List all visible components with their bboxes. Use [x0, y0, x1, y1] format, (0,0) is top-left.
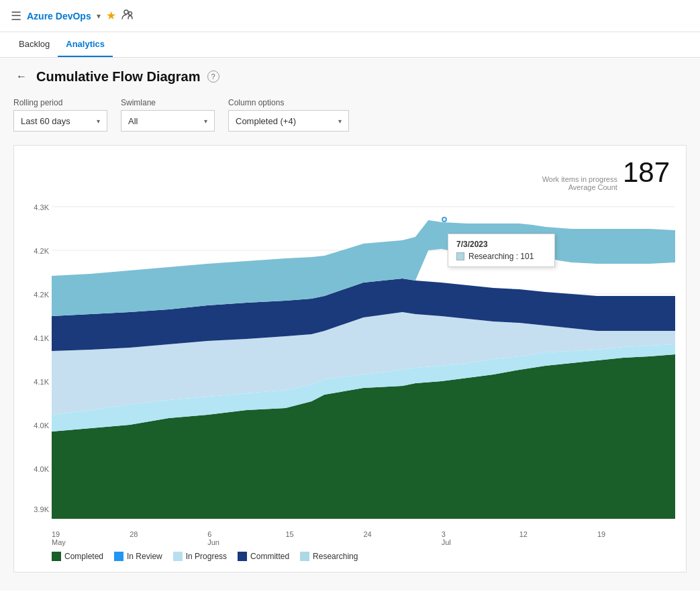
svg-point-1	[128, 12, 132, 15]
svg-point-0	[124, 10, 128, 14]
column-options-label: Column options	[228, 98, 349, 107]
y-label-7: 4.0K	[34, 465, 49, 473]
x-label-may28: 28	[130, 530, 207, 538]
app-name[interactable]: Azure DevOps	[27, 11, 91, 21]
chart-dot	[442, 217, 447, 222]
x-label-jun24: 24	[364, 530, 442, 538]
chart-container: Work items in progress Average Count 187…	[13, 145, 687, 572]
y-label-6: 4.0K	[34, 421, 49, 430]
legend-label-researching: Researching	[313, 552, 358, 561]
swimlane-value: All	[128, 116, 138, 126]
stats-label: Work items in progress	[542, 175, 617, 183]
x-label-jul19: 19	[597, 530, 675, 538]
swimlane-chevron: ▾	[204, 117, 207, 125]
filters: Rolling period Last 60 days ▾ Swimlane A…	[13, 98, 687, 132]
legend-label-in-review: In Review	[127, 552, 162, 561]
chart-svg	[52, 197, 675, 526]
y-label-1: 4.3K	[34, 203, 49, 211]
x-axis: 19 May 28 6 Jun 15 24 3 Jul	[52, 528, 675, 546]
legend-in-progress: In Progress	[173, 552, 227, 561]
x-label-jun15: 15	[285, 530, 363, 538]
legend-label-committed: Committed	[250, 552, 289, 561]
column-options-filter: Column options Completed (+4) ▾	[228, 98, 349, 132]
legend-researching: Researching	[300, 552, 358, 561]
x-label-jul3: 3	[442, 530, 519, 538]
y-label-4: 4.1K	[34, 334, 49, 342]
legend-label-in-progress: In Progress	[186, 552, 227, 561]
legend-completed: Completed	[52, 552, 103, 561]
legend-swatch-completed	[52, 552, 61, 561]
column-options-chevron: ▾	[338, 117, 342, 125]
y-label-3: 4.2K	[34, 291, 49, 299]
people-icon[interactable]	[121, 9, 134, 23]
stats-sublabel: Average Count	[542, 183, 617, 191]
legend-label-completed: Completed	[64, 552, 103, 561]
help-icon[interactable]: ?	[207, 70, 219, 83]
y-label-2: 4.2K	[34, 247, 49, 255]
stats-value: 187	[623, 156, 670, 189]
rolling-period-select[interactable]: Last 60 days ▾	[13, 110, 107, 132]
legend-swatch-in-review	[114, 552, 123, 561]
org-icon: ☰	[11, 9, 21, 23]
chart-wrapper: 4.3K 4.2K 4.2K 4.1K 4.1K 4.0K 4.0K 3.9K	[25, 197, 675, 546]
chart-stats: Work items in progress Average Count 187	[25, 156, 675, 191]
page-header: ← Cumulative Flow Diagram ?	[13, 68, 687, 85]
chart-legend: Completed In Review In Progress Committe…	[25, 546, 675, 561]
tab-analytics[interactable]: Analytics	[58, 32, 113, 57]
chevron-icon[interactable]: ▾	[97, 11, 101, 21]
rolling-period-label: Rolling period	[13, 98, 107, 107]
legend-swatch-in-progress	[173, 552, 183, 561]
tab-backlog[interactable]: Backlog	[11, 32, 58, 57]
rolling-period-value: Last 60 days	[21, 116, 70, 126]
legend-in-review: In Review	[114, 552, 162, 561]
rolling-period-chevron: ▾	[97, 117, 100, 125]
legend-swatch-researching	[300, 552, 309, 561]
rolling-period-filter: Rolling period Last 60 days ▾	[13, 98, 107, 132]
back-button[interactable]: ←	[13, 68, 30, 85]
x-label-jun6: 6	[207, 530, 285, 538]
nav-tabs: Backlog Analytics	[0, 32, 700, 58]
star-icon[interactable]: ★	[106, 9, 116, 23]
column-options-value: Completed (+4)	[236, 116, 296, 126]
swimlane-select[interactable]: All ▾	[121, 110, 215, 132]
y-label-5: 4.1K	[34, 378, 49, 386]
top-bar: ☰ Azure DevOps ▾ ★	[0, 0, 700, 32]
y-label-8: 3.9K	[34, 505, 49, 513]
swimlane-label: Swimlane	[121, 98, 215, 107]
x-label-may19: 19	[52, 530, 130, 538]
legend-committed: Committed	[238, 552, 289, 561]
main-content: ← Cumulative Flow Diagram ? Rolling peri…	[0, 58, 700, 591]
swimlane-filter: Swimlane All ▾	[121, 98, 215, 132]
legend-swatch-committed	[238, 552, 247, 561]
column-options-select[interactable]: Completed (+4) ▾	[228, 110, 349, 132]
page-title: Cumulative Flow Diagram	[36, 69, 201, 85]
x-label-jul12: 12	[519, 530, 597, 538]
